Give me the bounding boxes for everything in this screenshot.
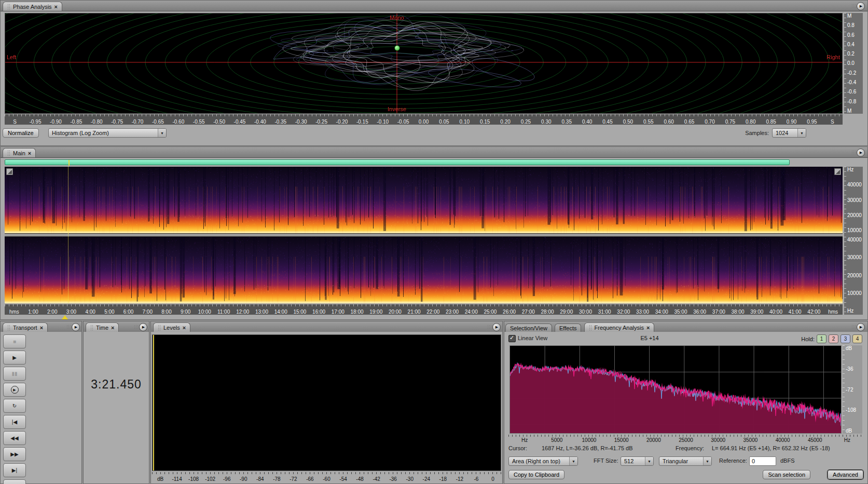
ruler-label: 0.80 xyxy=(740,119,761,125)
view-range-bar[interactable] xyxy=(5,159,790,165)
close-icon[interactable]: × xyxy=(183,325,186,330)
tab-levels[interactable]: Levels × xyxy=(153,322,190,332)
ruler-label: S xyxy=(822,119,843,125)
panel-grip-icon xyxy=(851,325,856,329)
dropdown-arrow-icon[interactable] xyxy=(158,129,166,137)
window-type-dropdown[interactable]: Triangular xyxy=(659,456,712,466)
view-playhead-marker[interactable] xyxy=(68,160,70,166)
ruler-label: Hz xyxy=(831,437,863,443)
ruler-label: -36 xyxy=(843,366,862,372)
panel-menu-button[interactable] xyxy=(72,323,80,331)
tab-effects[interactable]: Effects xyxy=(555,324,581,333)
panel-menu-button[interactable] xyxy=(139,323,147,331)
fft-size-value: 512 xyxy=(621,458,645,464)
record-button[interactable]: ● xyxy=(3,479,26,484)
dropdown-arrow-icon[interactable] xyxy=(703,457,711,465)
close-icon[interactable]: × xyxy=(40,325,43,330)
dropdown-arrow-icon[interactable] xyxy=(569,457,577,465)
dropdown-arrow-icon[interactable] xyxy=(797,129,806,137)
play-from-cursor-icon: ▶ xyxy=(11,386,19,394)
hold-button-2[interactable]: 2 xyxy=(829,334,838,343)
play-from-cursor-button[interactable]: ▶ xyxy=(3,383,26,397)
ruler-label: 34:00 xyxy=(652,309,671,315)
normalize-button[interactable]: Normalize xyxy=(3,128,39,138)
hold-button-3[interactable]: 3 xyxy=(841,334,850,343)
spectrogram-right-channel[interactable] xyxy=(5,237,843,303)
ruler-label: 10:00 xyxy=(195,309,214,315)
time-ruler[interactable]: hms1:002:003:004:005:006:007:008:009:001… xyxy=(5,304,843,315)
panel-menu-button[interactable] xyxy=(857,2,865,10)
fast-forward-button[interactable]: ▶▶ xyxy=(3,447,26,461)
ruler-label: -0.85 xyxy=(66,119,86,125)
spectrogram-display[interactable] xyxy=(5,167,843,303)
ruler-label: 13:00 xyxy=(252,309,271,315)
ruler-label: 35:00 xyxy=(671,309,691,315)
scan-selection-button[interactable]: Scan selection xyxy=(763,470,810,479)
playhead-line[interactable] xyxy=(68,167,68,303)
advanced-button[interactable]: Advanced xyxy=(828,470,863,479)
play-button[interactable]: ▶ xyxy=(3,351,26,365)
tab-transport[interactable]: Transport × xyxy=(3,322,48,332)
ruler-label: 0.20 xyxy=(495,119,515,125)
ruler-label: 0.00 xyxy=(414,119,434,125)
go-to-end-button[interactable]: ▶| xyxy=(3,463,26,477)
ruler-label: -0.40 xyxy=(250,119,270,125)
reference-input[interactable]: 0 xyxy=(749,456,776,466)
stop-button[interactable]: ■ xyxy=(3,334,26,348)
tab-grip-icon xyxy=(158,325,161,330)
area-dropdown[interactable]: Area (Right on top) xyxy=(508,456,578,466)
phase-analysis-panel: Phase Analysis × Mono Inverse Left Right… xyxy=(0,0,868,146)
panel-grip-icon xyxy=(851,150,856,154)
close-icon[interactable]: × xyxy=(646,325,650,330)
analysis-info-row: Cursor: 1687 Hz, L=-36.26 dB, R=-41.75 d… xyxy=(504,445,867,452)
spectrogram-left-channel[interactable] xyxy=(5,167,843,233)
ruler-label: 15000 xyxy=(605,437,638,443)
panel-menu-button[interactable] xyxy=(857,149,865,157)
ruler-label: Hz xyxy=(508,437,541,443)
ruler-label: 0.90 xyxy=(781,119,802,125)
ruler-label: 24:00 xyxy=(462,309,481,315)
close-icon[interactable]: × xyxy=(54,4,58,9)
ruler-label: -72 xyxy=(285,476,301,482)
tab-grip-icon xyxy=(589,325,592,330)
pause-button[interactable]: ▮▮ xyxy=(3,367,26,381)
ruler-label: 20000 xyxy=(638,437,670,443)
tab-time[interactable]: Time × xyxy=(86,322,119,332)
corner-grip-icon[interactable] xyxy=(834,168,841,175)
corner-grip-icon[interactable] xyxy=(6,168,13,175)
tab-phase-analysis[interactable]: Phase Analysis × xyxy=(3,2,62,11)
tab-frequency-analysis[interactable]: Frequency Analysis × xyxy=(584,322,655,332)
freq-ruler-bottom: 40000300002000010000Hz xyxy=(844,237,863,314)
hold-button-4[interactable]: 4 xyxy=(852,334,862,343)
ruler-label: 15:00 xyxy=(291,309,310,315)
playhead-triangle-marker[interactable] xyxy=(62,315,68,319)
panel-menu-button[interactable] xyxy=(857,323,865,331)
close-icon[interactable]: × xyxy=(111,325,114,330)
fft-size-dropdown[interactable]: 512 xyxy=(621,456,654,466)
panel-grip-icon xyxy=(66,325,71,329)
levels-tabbar: Levels × xyxy=(151,321,502,332)
panel-menu-button[interactable] xyxy=(492,323,501,331)
dropdown-arrow-icon[interactable] xyxy=(645,457,653,465)
ruler-label: 0.65 xyxy=(679,119,699,125)
tab-main[interactable]: Main × xyxy=(3,148,36,157)
ruler-label: 17:00 xyxy=(328,309,348,315)
ruler-label: -42 xyxy=(368,476,385,482)
ruler-label: 45000 xyxy=(799,437,831,443)
close-icon[interactable]: × xyxy=(28,151,31,156)
rewind-button[interactable]: ◀◀ xyxy=(3,431,26,445)
ruler-label: -0.80 xyxy=(87,119,107,125)
frequency-ruler: Hz40000300002000010000 40000300002000010… xyxy=(844,167,863,315)
tab-selection-view[interactable]: Selection/View xyxy=(505,324,552,333)
copy-to-clipboard-button[interactable]: Copy to Clipboard xyxy=(508,470,564,479)
go-to-start-button[interactable]: |◀ xyxy=(3,415,26,429)
ruler-label: 19:00 xyxy=(366,309,385,315)
ruler-label: 28:00 xyxy=(538,309,557,315)
samples-dropdown[interactable]: 1024 xyxy=(772,128,806,138)
ruler-label: 9:00 xyxy=(176,309,195,315)
hold-button-1[interactable]: 1 xyxy=(817,334,826,343)
loop-button[interactable]: ↻ xyxy=(3,399,26,413)
levels-meter[interactable] xyxy=(152,334,501,471)
ruler-label: -0.30 xyxy=(291,119,311,125)
display-mode-dropdown[interactable]: Histogram (Log Zoom) xyxy=(48,128,167,138)
